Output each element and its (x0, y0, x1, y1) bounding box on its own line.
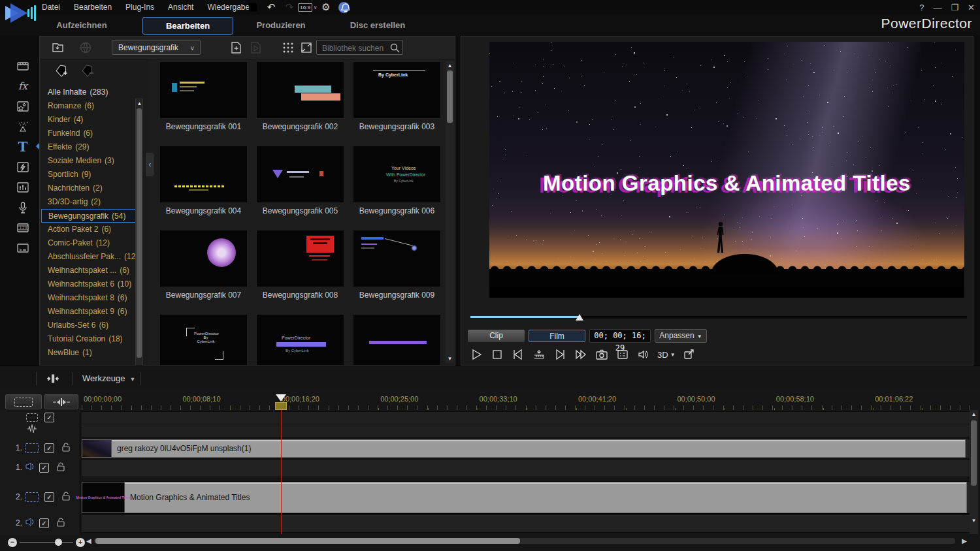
seek-bar[interactable] (470, 313, 967, 321)
category-item[interactable]: Weihnachtspaket 6(10) (41, 277, 139, 291)
category-item[interactable]: Weihnachtspaket 8(6) (41, 291, 139, 305)
import-media-icon[interactable] (50, 40, 66, 55)
library-item[interactable]: Bewegungsgrafik 002 (256, 61, 344, 131)
item-thumbnail[interactable]: Your VideosWith PowerDirectorBy CyberLin… (353, 146, 441, 203)
timecode-display[interactable]: 00; 00; 16; 29 (589, 329, 651, 343)
track-enable-checkbox[interactable]: ✓ (44, 413, 54, 422)
pip-objects-room-icon[interactable] (10, 96, 36, 116)
item-thumbnail[interactable] (256, 61, 344, 119)
scroll-down-icon[interactable]: ▼ (447, 356, 453, 362)
zoom-slider-handle[interactable] (55, 539, 62, 546)
search-input[interactable] (321, 41, 389, 55)
category-item[interactable]: NewBlue(1) (41, 346, 139, 360)
category-item[interactable]: Comic-Paket(12) (41, 236, 139, 250)
scrollbar-thumb[interactable] (95, 538, 520, 544)
item-thumbnail[interactable]: PowerDirectorByCyberLink (159, 314, 248, 365)
item-thumbnail[interactable]: PowerDirectorBy CyberLink (256, 314, 344, 365)
seek-mark-icon[interactable] (532, 348, 546, 362)
download-icon[interactable] (78, 40, 93, 55)
category-item[interactable]: Funkelnd(6) (41, 127, 139, 140)
prev-frame-icon[interactable] (511, 348, 525, 362)
track-lock-icon[interactable] (61, 491, 71, 503)
track-enable-checkbox[interactable]: ✓ (44, 492, 54, 502)
clip-title-1[interactable]: Motion Graphics & Animated TitlesMotion … (82, 482, 967, 513)
track-lock-icon[interactable] (56, 517, 65, 529)
media-room-icon[interactable] (10, 55, 36, 76)
category-item[interactable]: Nachrichten(2) (41, 181, 139, 195)
effects-room-icon[interactable]: fx (10, 76, 36, 96)
category-item[interactable]: 3D/3D-artig(2) (41, 195, 139, 209)
seek-thumb[interactable] (576, 314, 583, 321)
item-thumbnail[interactable] (159, 61, 248, 119)
subtitle-room-icon[interactable] (10, 238, 36, 258)
tag-add-icon[interactable] (54, 63, 69, 80)
category-item[interactable]: Tutorial Creation(18) (41, 332, 139, 346)
help-icon[interactable]: ? (919, 3, 924, 12)
clip-mode-button[interactable]: Clip (468, 330, 525, 342)
scroll-right-icon[interactable]: ▶ (962, 537, 967, 544)
collapse-tag-panel-button[interactable]: ‹ (146, 153, 154, 176)
copy-title-icon[interactable] (248, 40, 263, 55)
save-icon[interactable] (247, 1, 259, 13)
category-item[interactable]: Effekte(29) (41, 140, 139, 154)
item-thumbnail[interactable]: By CyberLink (353, 61, 441, 119)
item-thumbnail[interactable] (159, 230, 248, 287)
volume-icon[interactable] (636, 348, 650, 362)
category-item[interactable]: Urlaubs-Set 6(6) (41, 319, 139, 332)
library-item[interactable]: PowerDirectorByCyberLinkBewegungsgrafik … (159, 314, 248, 365)
scroll-up-icon[interactable]: ▲ (971, 411, 977, 417)
voiceover-room-icon[interactable] (10, 197, 36, 217)
play-icon[interactable] (469, 348, 483, 362)
film-mode-button[interactable]: Film (529, 330, 585, 342)
timeline-row[interactable] (82, 411, 970, 425)
ffwd-icon[interactable] (574, 348, 587, 362)
clip-video-1[interactable]: greg rakozy 0lU4vO5iFpM unsplash(1) (82, 439, 966, 458)
chapter-room-icon[interactable]: 1 2 3 (10, 217, 36, 238)
category-item[interactable]: Bewegungsgrafik(54) (41, 209, 139, 223)
track-lock-icon[interactable] (61, 442, 71, 454)
title-room-icon[interactable]: T (10, 136, 36, 157)
category-item[interactable]: Romanze(6) (41, 99, 139, 113)
new-title-icon[interactable] (228, 40, 244, 55)
scroll-left-icon[interactable]: ◀ (86, 537, 91, 544)
playhead-marker[interactable] (276, 394, 286, 401)
notification-bell-icon[interactable] (338, 2, 350, 13)
zoom-out-button[interactable]: − (8, 538, 17, 547)
category-item[interactable]: Weihnachtspaket ...(6) (41, 264, 139, 277)
menu-plugins[interactable]: Plug-Ins (125, 3, 154, 12)
category-scrollbar[interactable]: ▲ ▼ (135, 99, 143, 386)
tab-discerstellen[interactable]: Disc erstellen (329, 17, 427, 33)
library-filter-dropdown[interactable]: Bewegungsgrafik∨ (112, 40, 201, 55)
playhead-grip[interactable] (275, 402, 287, 410)
scroll-up-icon[interactable]: ▲ (447, 63, 453, 69)
library-item[interactable]: Bewegungsgrafik 012 (353, 314, 441, 365)
category-item[interactable]: Sportlich(9) (41, 168, 139, 181)
transition-room-icon[interactable] (10, 157, 36, 177)
category-item[interactable]: Soziale Medien(3) (41, 154, 139, 168)
menu-ansicht[interactable]: Ansicht (168, 3, 193, 12)
library-item[interactable]: By CyberLinkBewegungsgrafik 003 (353, 61, 441, 131)
menu-datei[interactable]: Datei (42, 3, 60, 12)
range-select-button[interactable] (5, 394, 42, 409)
timeline-row[interactable]: greg rakozy 0lU4vO5iFpM unsplash(1) (82, 439, 970, 458)
scrollbar-thumb[interactable] (971, 420, 977, 486)
preview-quality-icon[interactable] (615, 348, 629, 362)
tab-aufzeichnen[interactable]: Aufzeichnen (36, 17, 127, 33)
stop-icon[interactable] (490, 348, 504, 362)
grid-scrollbar[interactable]: ▲ ▼ (446, 61, 454, 363)
category-item[interactable]: Weihnachtspaket 9(6) (41, 305, 139, 319)
library-item[interactable]: Bewegungsgrafik 008 (256, 230, 344, 300)
timeline-ruler[interactable]: 00;00;00;0000;00;08;1000;00;16;2000;00;2… (82, 394, 970, 410)
next-frame-icon[interactable] (553, 348, 566, 362)
item-thumbnail[interactable] (353, 314, 441, 365)
category-item[interactable]: Alle Inhalte(283) (41, 86, 139, 99)
library-item[interactable]: PowerDirectorBy CyberLinkBewegungsgrafik… (256, 314, 344, 365)
split-button[interactable] (44, 371, 61, 386)
track-lock-icon[interactable] (56, 462, 65, 474)
item-thumbnail[interactable] (256, 146, 344, 203)
fit-dropdown[interactable]: Anpassen▼ (655, 329, 707, 343)
menu-bearbeiten[interactable]: Bearbeiten (74, 3, 112, 12)
gear-icon[interactable]: ⚙ (320, 1, 332, 13)
tab-bearbeiten[interactable]: Bearbeiten (142, 17, 233, 35)
horizontal-scrollbar[interactable]: ◀ ▶ (84, 537, 967, 546)
